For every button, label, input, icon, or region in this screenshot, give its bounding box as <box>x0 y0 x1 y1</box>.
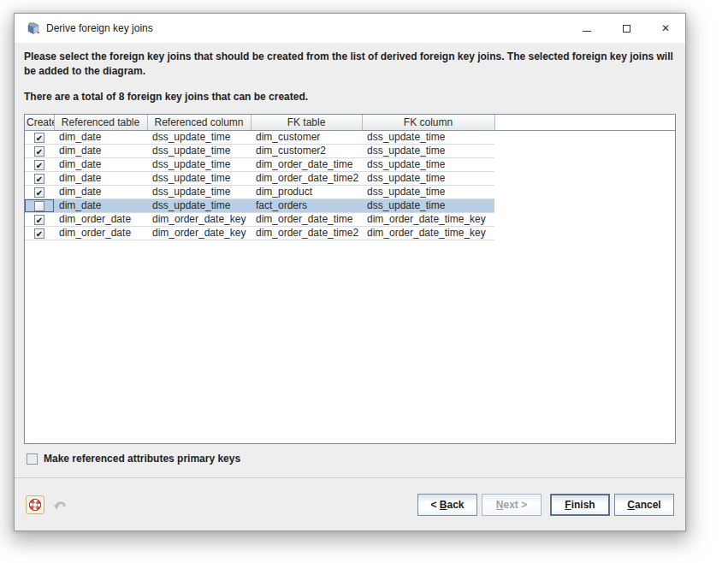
create-cell: ✔ <box>25 144 54 157</box>
column-header-referenced-column[interactable]: Referenced column <box>147 115 251 130</box>
back-button[interactable]: < Back <box>417 494 477 516</box>
maximize-icon <box>623 25 630 33</box>
cell-referenced-table: dim_date <box>54 130 147 144</box>
row-filler <box>494 185 675 199</box>
cell-fk-column: dss_update_time <box>362 130 494 144</box>
cell-fk-column: dss_update_time <box>362 199 494 212</box>
cell-fk-table: dim_order_date_time2 <box>251 226 362 240</box>
cell-fk-table: fact_orders <box>251 199 362 212</box>
row-create-checkbox[interactable]: ✔ <box>34 215 44 225</box>
minimize-button[interactable] <box>567 14 607 43</box>
cell-referenced-table: dim_date <box>54 144 147 157</box>
create-cell: ✔ <box>25 185 54 199</box>
table-row[interactable]: ✔dim_datedss_update_timedim_order_date_t… <box>25 171 675 185</box>
app-icon <box>27 21 40 35</box>
row-filler <box>494 226 675 240</box>
row-filler <box>494 199 675 212</box>
cell-referenced-table: dim_order_date <box>54 226 147 240</box>
row-create-checkbox[interactable]: ✔ <box>34 187 44 198</box>
row-filler <box>494 212 675 226</box>
row-create-checkbox[interactable]: ✔ <box>34 160 44 170</box>
make-pk-checkbox[interactable] <box>27 453 38 465</box>
cell-referenced-table: dim_date <box>54 185 147 199</box>
close-button[interactable]: ✕ <box>646 14 685 43</box>
table-row[interactable]: ✔dim_datedss_update_timedim_productdss_u… <box>25 185 675 199</box>
cell-referenced-column: dss_update_time <box>147 171 251 185</box>
close-icon: ✕ <box>661 23 670 33</box>
create-cell <box>25 199 54 212</box>
cell-referenced-column: dim_order_date_key <box>147 212 251 226</box>
cell-fk-column: dss_update_time <box>362 157 494 171</box>
table-row[interactable]: dim_datedss_update_timefact_ordersdss_up… <box>25 199 675 212</box>
cancel-button[interactable]: Cancel <box>614 494 674 516</box>
window-title: Derive foreign key joins <box>46 22 567 34</box>
finish-button[interactable]: Finish <box>550 494 610 516</box>
redo-arrow-icon <box>51 497 67 513</box>
cell-fk-table: dim_order_date_time <box>251 157 362 171</box>
create-cell: ✔ <box>25 130 54 144</box>
cell-referenced-column: dim_order_date_key <box>147 226 251 240</box>
create-cell: ✔ <box>25 226 54 240</box>
dialog-content: Please select the foreign key joins that… <box>15 43 685 477</box>
help-button[interactable] <box>26 495 44 514</box>
row-create-checkbox[interactable]: ✔ <box>34 133 44 143</box>
table-row[interactable]: ✔dim_order_datedim_order_date_keydim_ord… <box>25 212 675 226</box>
row-create-checkbox[interactable] <box>34 201 44 211</box>
cell-referenced-table: dim_date <box>54 171 147 185</box>
cell-referenced-column: dss_update_time <box>147 199 251 212</box>
footer-bar: < Back Next > Finish Cancel <box>15 477 685 530</box>
cell-fk-column: dim_order_date_time_key <box>362 212 494 226</box>
cell-fk-column: dim_order_date_time_key <box>362 226 494 240</box>
cell-referenced-column: dss_update_time <box>147 157 251 171</box>
cell-referenced-table: dim_date <box>54 157 147 171</box>
row-filler <box>494 171 675 185</box>
titlebar[interactable]: Derive foreign key joins ✕ <box>15 14 685 43</box>
instruction-text: Please select the foreign key joins that… <box>24 50 676 79</box>
make-pk-label: Make referenced attributes primary keys <box>44 453 240 465</box>
create-cell: ✔ <box>25 212 54 226</box>
table-body: ✔dim_datedss_update_timedim_customerdss_… <box>25 130 675 240</box>
cell-referenced-table: dim_order_date <box>54 212 147 226</box>
row-create-checkbox[interactable]: ✔ <box>34 174 44 184</box>
lifebuoy-help-icon <box>28 498 42 512</box>
column-header-create[interactable]: Create <box>25 115 54 130</box>
cell-fk-table: dim_order_date_time <box>251 212 362 226</box>
joins-table: CreateReferenced tableReferenced columnF… <box>25 115 675 240</box>
row-create-checkbox[interactable]: ✔ <box>34 228 44 239</box>
column-header-filler <box>494 115 675 130</box>
create-cell: ✔ <box>25 157 54 171</box>
column-header-fk-table[interactable]: FK table <box>251 115 362 130</box>
column-header-referenced-table[interactable]: Referenced table <box>54 115 147 130</box>
table-row[interactable]: ✔dim_datedss_update_timedim_customer2dss… <box>25 144 675 157</box>
cell-fk-column: dss_update_time <box>362 185 494 199</box>
table-header-row: CreateReferenced tableReferenced columnF… <box>25 115 675 130</box>
minimize-icon <box>583 31 591 32</box>
joins-table-scrollpane: CreateReferenced tableReferenced columnF… <box>24 114 676 444</box>
make-pk-row[interactable]: Make referenced attributes primary keys <box>27 453 676 465</box>
row-filler <box>494 130 675 144</box>
next-button: Next > <box>482 494 542 516</box>
cell-fk-column: dss_update_time <box>362 171 494 185</box>
cell-fk-column: dss_update_time <box>362 144 494 157</box>
total-joins-text: There are a total of 8 foreign key joins… <box>24 90 676 104</box>
cell-fk-table: dim_product <box>251 185 362 199</box>
table-row[interactable]: ✔dim_datedss_update_timedim_order_date_t… <box>25 157 675 171</box>
derive-fk-joins-dialog: Derive foreign key joins ✕ Please select… <box>14 13 686 531</box>
create-cell: ✔ <box>25 171 54 185</box>
row-filler <box>494 157 675 171</box>
row-create-checkbox[interactable]: ✔ <box>34 146 44 157</box>
column-header-fk-column[interactable]: FK column <box>362 115 494 130</box>
cell-fk-table: dim_customer2 <box>251 144 362 157</box>
cell-referenced-column: dss_update_time <box>147 130 251 144</box>
cell-fk-table: dim_order_date_time2 <box>251 171 362 185</box>
cell-fk-table: dim_customer <box>251 130 362 144</box>
cell-referenced-column: dss_update_time <box>147 144 251 157</box>
table-row[interactable]: ✔dim_order_datedim_order_date_keydim_ord… <box>25 226 675 240</box>
cell-referenced-table: dim_date <box>54 199 147 212</box>
cell-referenced-column: dss_update_time <box>147 185 251 199</box>
maximize-button[interactable] <box>607 14 646 43</box>
row-filler <box>494 144 675 157</box>
table-row[interactable]: ✔dim_datedss_update_timedim_customerdss_… <box>25 130 675 144</box>
